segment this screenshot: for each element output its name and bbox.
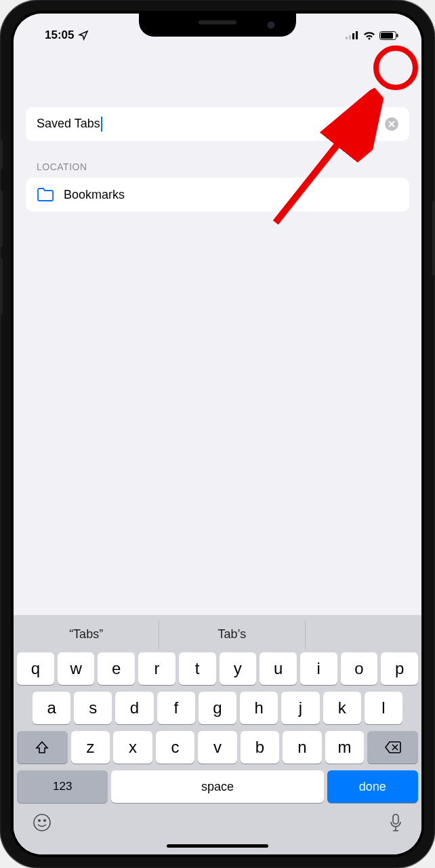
shift-key[interactable] [17, 731, 68, 764]
svg-rect-6 [397, 34, 398, 37]
svg-rect-2 [352, 33, 354, 39]
svg-rect-3 [356, 31, 358, 39]
folder-icon [37, 187, 54, 202]
key-x[interactable]: x [113, 731, 152, 764]
key-k[interactable]: k [323, 692, 361, 724]
key-g[interactable]: g [199, 692, 236, 724]
done-key[interactable]: done [327, 770, 418, 803]
svg-point-14 [44, 820, 46, 822]
wifi-icon [363, 31, 375, 40]
key-m[interactable]: m [325, 731, 365, 764]
suggestion-1[interactable]: “Tabs” [14, 619, 159, 649]
key-f[interactable]: f [157, 692, 195, 724]
backspace-key[interactable] [367, 731, 418, 764]
suggestion-bar: “Tabs” Tab’s [14, 619, 421, 649]
suggestion-2[interactable]: Tab’s [159, 619, 305, 649]
key-u[interactable]: u [260, 652, 297, 685]
key-t[interactable]: t [179, 652, 216, 685]
battery-icon [379, 31, 398, 40]
key-s[interactable]: s [74, 692, 112, 724]
key-i[interactable]: i [300, 652, 337, 685]
key-l[interactable]: l [365, 692, 402, 724]
location-section-header: LOCATION [37, 161, 409, 172]
svg-point-12 [34, 814, 50, 831]
key-e[interactable]: e [98, 652, 135, 685]
backspace-icon [385, 741, 401, 753]
key-v[interactable]: v [198, 731, 237, 764]
folder-name-input[interactable]: Saved Tabs [37, 117, 385, 132]
location-arrow-icon [78, 30, 89, 41]
emoji-icon [33, 813, 51, 832]
key-r[interactable]: r [138, 652, 175, 685]
suggestion-3[interactable] [306, 619, 421, 649]
key-p[interactable]: p [381, 652, 418, 685]
svg-rect-1 [349, 35, 351, 39]
mic-icon [389, 813, 402, 832]
folder-name-value: Saved Tabs [37, 117, 100, 130]
svg-rect-0 [346, 37, 348, 39]
key-n[interactable]: n [283, 731, 322, 764]
key-b[interactable]: b [241, 731, 280, 764]
svg-rect-5 [381, 33, 393, 39]
dictation-key[interactable] [389, 813, 402, 834]
home-indicator[interactable] [167, 844, 268, 848]
key-q[interactable]: q [17, 652, 54, 685]
key-z[interactable]: z [71, 731, 110, 764]
cellular-icon [346, 31, 359, 39]
status-time: 15:05 [45, 28, 74, 42]
shift-icon [35, 741, 49, 754]
keyboard: “Tabs” Tab’s q w e r t y u i o p [14, 615, 421, 854]
location-row[interactable]: Bookmarks [26, 178, 409, 212]
folder-name-row: Saved Tabs [26, 107, 409, 141]
key-c[interactable]: c [156, 731, 195, 764]
close-icon [388, 121, 395, 127]
emoji-key[interactable] [33, 813, 51, 834]
svg-rect-15 [393, 814, 398, 824]
space-key[interactable]: space [111, 770, 323, 803]
key-d[interactable]: d [115, 692, 153, 724]
key-y[interactable]: y [220, 652, 257, 685]
location-value: Bookmarks [64, 188, 125, 202]
device-notch [139, 14, 296, 37]
clear-text-button[interactable] [385, 117, 398, 131]
key-h[interactable]: h [240, 692, 278, 724]
key-o[interactable]: o [341, 652, 378, 685]
key-a[interactable]: a [33, 692, 70, 724]
numbers-key[interactable]: 123 [17, 770, 108, 803]
key-j[interactable]: j [281, 692, 319, 724]
svg-point-13 [39, 820, 41, 822]
key-w[interactable]: w [58, 652, 95, 685]
